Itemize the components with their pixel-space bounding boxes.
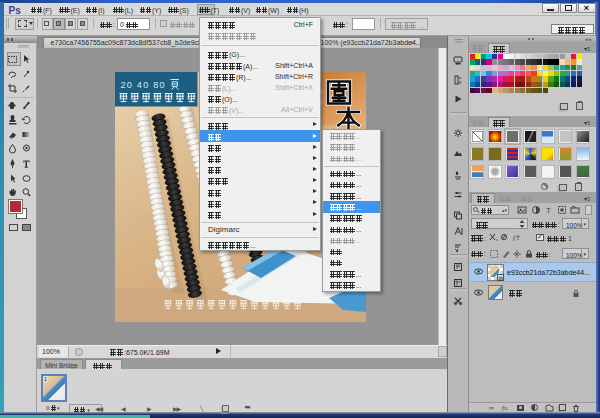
svg-text:ₓ: ₓ [496,236,498,242]
svg-text:T: T [546,206,551,215]
svg-text:f: f [513,234,516,242]
svg-text:20 40 80: 20 40 80 [121,80,166,90]
